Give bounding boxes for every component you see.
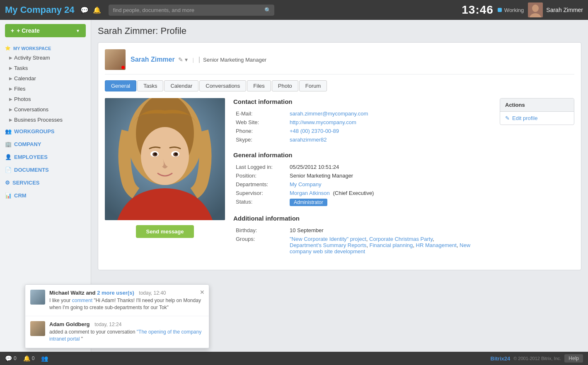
table-row: Departments: My Company xyxy=(233,180,491,189)
sidebar-section-services[interactable]: ⚙ SERVICES xyxy=(0,176,91,189)
sidebar-item-label: Photos xyxy=(14,96,31,102)
arrow-icon: ▶ xyxy=(9,97,12,101)
workgroups-icon: 👥 xyxy=(5,128,12,134)
sidebar-item-business-processes[interactable]: ▶ Business Processes xyxy=(0,115,91,125)
sidebar-section-crm[interactable]: 📊 CRM xyxy=(0,189,91,202)
table-row: Groups: "New Corporate Identity" project… xyxy=(233,235,491,256)
contact-table: E-Mail: sarah.zimmer@mycompany.com Web S… xyxy=(233,109,491,144)
group-link-1[interactable]: "New Corporate Identity" project xyxy=(290,236,366,242)
profile-body: Send message Contact information E-Mail:… xyxy=(105,98,574,263)
table-row: Phone: +48 (00) 2370-00-89 xyxy=(233,127,491,135)
tab-general[interactable]: General xyxy=(105,80,136,91)
sidebar-item-label: Files xyxy=(14,86,25,92)
svg-point-11 xyxy=(154,153,157,155)
search-input[interactable] xyxy=(109,5,274,16)
email-label: E-Mail: xyxy=(233,109,287,118)
tab-conversations[interactable]: Conversations xyxy=(199,80,246,91)
help-button[interactable]: Help xyxy=(564,354,583,363)
sidebar-section-employees[interactable]: 👤 EMPLOYEES xyxy=(0,151,91,163)
skype-link[interactable]: sarahzimmer82 xyxy=(290,137,327,143)
arrow-icon: ▶ xyxy=(9,107,12,112)
crm-icon: 📊 xyxy=(5,192,12,199)
profile-card: Sarah Zimmer ✎ ▾ | Senior Marketing Mana… xyxy=(98,42,581,270)
tab-forum[interactable]: Forum xyxy=(299,80,327,91)
tab-tasks[interactable]: Tasks xyxy=(137,80,163,91)
send-message-button[interactable]: Send message xyxy=(136,225,194,238)
profile-name[interactable]: Sarah Zimmer xyxy=(131,56,175,63)
arrow-icon: ▶ xyxy=(9,55,12,60)
workspace-icon: ⭐ xyxy=(5,46,11,51)
user-menu[interactable]: Sarah Zimmer xyxy=(528,2,583,17)
groups-label: Groups: xyxy=(233,235,287,256)
notification-item-1: Michael Waltz and 2 more user(s) today, … xyxy=(25,285,209,317)
profile-photo-image xyxy=(105,98,225,220)
notif-bottom-icon: 🔔 xyxy=(23,355,30,362)
tab-calendar[interactable]: Calendar xyxy=(164,80,198,91)
table-row: Skype: sarahzimmer82 xyxy=(233,135,491,144)
sidebar-section-documents[interactable]: 📄 DOCUMENTS xyxy=(0,163,91,176)
bottombar-chat[interactable]: 💬 0 xyxy=(5,355,17,362)
edit-profile-button[interactable]: ✎ Edit profile xyxy=(500,112,574,125)
create-plus-icon: + xyxy=(11,27,14,34)
bottombar-users[interactable]: 👥 xyxy=(41,355,48,362)
notif-count: 0 xyxy=(32,355,35,361)
bottombar-notifications[interactable]: 🔔 0 xyxy=(23,355,35,362)
department-link[interactable]: My Company xyxy=(290,181,322,187)
svg-point-12 xyxy=(175,153,177,155)
sidebar-item-activity-stream[interactable]: ▶ Activity Stream xyxy=(0,53,91,63)
last-login-value: 05/25/2012 10:51:24 xyxy=(287,163,491,171)
chat-bottom-icon: 💬 xyxy=(5,355,12,362)
notif-time-2: today, 12:24 xyxy=(94,322,121,327)
status-value: Administrator xyxy=(287,197,491,207)
notif-close-1[interactable]: ✕ xyxy=(200,289,205,295)
online-indicator xyxy=(121,66,125,69)
edit-profile-label: Edit profile xyxy=(512,115,537,121)
notification-popup: Michael Waltz and 2 more user(s) today, … xyxy=(25,284,209,348)
sidebar-item-conversations[interactable]: ▶ Conversations xyxy=(0,104,91,115)
group-link-2[interactable]: Corporate Christmas Party xyxy=(369,236,433,242)
sidebar-section-workgroups[interactable]: 👥 WORKGROUPS xyxy=(0,125,91,138)
email-link[interactable]: sarah.zimmer@mycompany.com xyxy=(290,110,368,117)
actions-panel: Actions ✎ Edit profile xyxy=(500,98,574,263)
sidebar-item-tasks[interactable]: ▶ Tasks xyxy=(0,63,91,73)
create-button[interactable]: + + Create ▼ xyxy=(5,24,86,37)
employees-label: EMPLOYEES xyxy=(14,154,48,160)
sidebar-item-photos[interactable]: ▶ Photos xyxy=(0,94,91,104)
actions-title: Actions xyxy=(500,98,574,112)
website-link[interactable]: http://www.mycompany.com xyxy=(290,119,356,125)
services-icon: ⚙ xyxy=(5,180,10,186)
departments-label: Departments: xyxy=(233,180,287,189)
general-table: Last Logged in: 05/25/2012 10:51:24 Posi… xyxy=(233,163,491,207)
profile-name-area: Sarah Zimmer ✎ ▾ | Senior Marketing Mana… xyxy=(131,56,266,63)
sidebar-item-calendar[interactable]: ▶ Calendar xyxy=(0,73,91,84)
chat-icon[interactable]: 💬 xyxy=(80,6,89,14)
tab-files[interactable]: Files xyxy=(247,80,271,91)
edit-profile-icon[interactable]: ✎ ▾ xyxy=(178,56,188,63)
arrow-icon: ▶ xyxy=(9,66,12,70)
app-logo: My Company 24 xyxy=(5,5,75,15)
supervisor-link[interactable]: Morgan Atkinson xyxy=(290,190,330,196)
notif-username: Michael Waltz xyxy=(49,290,85,296)
phone-link[interactable]: +48 (00) 2370-00-89 xyxy=(290,128,339,134)
supervisor-label: Supervisor: xyxy=(233,189,287,197)
tab-photo[interactable]: Photo xyxy=(272,80,298,91)
search-icon[interactable]: 🔍 xyxy=(264,7,271,13)
sidebar-item-files[interactable]: ▶ Files xyxy=(0,84,91,94)
notif-comment-link[interactable]: comment xyxy=(72,298,92,303)
group-link-4[interactable]: Financial planning xyxy=(370,242,413,248)
bottombar: 💬 0 🔔 0 👥 Bitrix24 © 2001-2012 Bitrix, I… xyxy=(0,352,588,365)
create-chevron-icon: ▼ xyxy=(76,29,80,33)
notif-more-users[interactable]: 2 more user(s) xyxy=(97,290,134,296)
supervisor-value: Morgan Atkinson (Chief Executive) xyxy=(287,189,491,197)
notifications-icon[interactable]: 🔔 xyxy=(93,6,101,14)
status-label: Working xyxy=(504,7,524,13)
crm-label: CRM xyxy=(14,192,27,199)
brand-label: Bitrix24 xyxy=(491,355,511,362)
group-link-5[interactable]: HR Management xyxy=(416,242,457,248)
table-row: E-Mail: sarah.zimmer@mycompany.com xyxy=(233,109,491,118)
profile-large-photo xyxy=(105,98,225,220)
notif-avatar-2 xyxy=(30,321,45,336)
group-link-3[interactable]: Department's Summary Reports xyxy=(290,242,366,248)
employees-icon: 👤 xyxy=(5,154,12,160)
sidebar-section-company[interactable]: 🏢 COMPANY xyxy=(0,138,91,151)
